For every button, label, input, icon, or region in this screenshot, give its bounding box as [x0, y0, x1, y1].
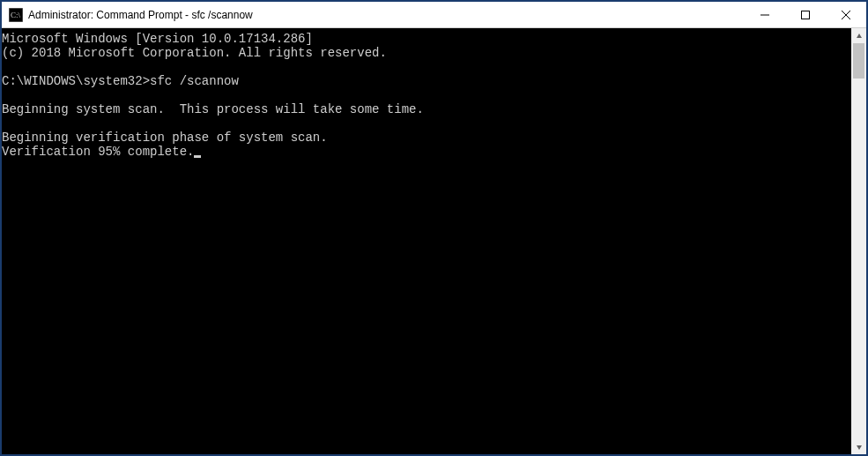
content-area: Microsoft Windows [Version 10.0.17134.28…: [2, 28, 866, 454]
scroll-up-button[interactable]: [851, 28, 866, 43]
scroll-track[interactable]: [851, 43, 866, 439]
cursor: [194, 155, 201, 158]
scroll-thumb[interactable]: [853, 43, 864, 78]
close-button[interactable]: [826, 2, 866, 27]
vertical-scrollbar[interactable]: [851, 28, 866, 454]
maximize-button[interactable]: [785, 2, 826, 27]
title-bar[interactable]: C:\ Administrator: Command Prompt - sfc …: [2, 2, 866, 28]
svg-marker-6: [857, 34, 862, 38]
cmd-icon: C:\: [9, 8, 23, 22]
window-controls: [745, 2, 866, 27]
svg-rect-3: [802, 11, 810, 19]
minimize-button[interactable]: [745, 2, 785, 27]
command-prompt-window: C:\ Administrator: Command Prompt - sfc …: [0, 0, 868, 456]
terminal-output[interactable]: Microsoft Windows [Version 10.0.17134.28…: [2, 28, 851, 454]
window-title: Administrator: Command Prompt - sfc /sca…: [28, 9, 745, 21]
svg-text:C:\: C:\: [11, 11, 21, 19]
scroll-down-button[interactable]: [851, 439, 866, 454]
svg-marker-7: [857, 445, 862, 450]
